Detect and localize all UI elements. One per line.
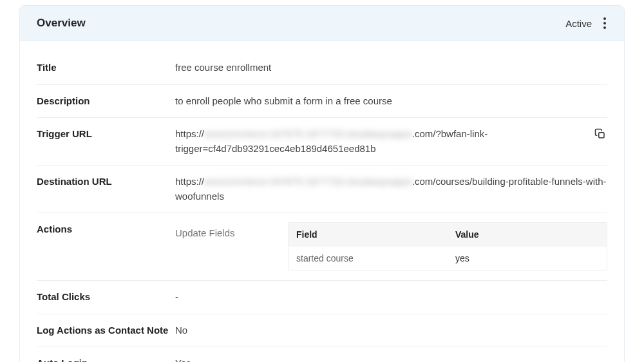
row-title: Title free course enrollment xyxy=(37,54,607,85)
row-trigger-url: Trigger URL https://woocommerce-347875-1… xyxy=(37,118,607,166)
status-label: Active xyxy=(565,18,592,29)
value-description: to enroll people who submit a form in a … xyxy=(175,94,607,109)
copy-trigger-url-button[interactable] xyxy=(593,127,607,143)
overview-panel: Overview Active Title free course enroll… xyxy=(19,5,625,362)
actions-update-fields-label: Update Fields xyxy=(175,222,288,241)
row-actions: Actions Update Fields Field Value starte… xyxy=(37,213,607,281)
actions-fields-table: Field Value started course yes xyxy=(288,222,607,271)
value-actions: Update Fields Field Value started course… xyxy=(175,222,607,271)
panel-body: Title free course enrollment Description… xyxy=(20,41,624,362)
label-auto-login: Auto Login xyxy=(37,356,175,362)
cell-field: started course xyxy=(289,247,448,271)
label-trigger-url: Trigger URL xyxy=(37,127,175,139)
value-log-actions-note: No xyxy=(175,323,607,338)
panel-header: Overview Active xyxy=(20,6,624,41)
col-field: Field xyxy=(289,223,448,247)
value-total-clicks: - xyxy=(175,290,607,305)
row-log-actions-note: Log Actions as Contact Note No xyxy=(37,314,607,348)
col-value: Value xyxy=(448,223,607,247)
cell-value: yes xyxy=(448,247,607,271)
copy-icon xyxy=(594,128,606,140)
panel-title: Overview xyxy=(37,17,86,30)
table-header: Field Value xyxy=(289,223,607,247)
row-total-clicks: Total Clicks - xyxy=(37,281,607,314)
label-description: Description xyxy=(37,94,175,106)
value-auto-login: Yes xyxy=(175,356,607,362)
header-right: Active xyxy=(565,15,607,32)
row-description: Description to enroll people who submit … xyxy=(37,85,607,119)
row-auto-login: Auto Login Yes xyxy=(37,347,607,362)
value-title: free course enrollment xyxy=(175,61,607,75)
more-options-button[interactable] xyxy=(602,15,607,32)
more-vertical-icon xyxy=(603,17,606,20)
value-trigger-url: https://woocommerce-347875-1877733.cloud… xyxy=(175,127,607,156)
table-row: started course yes xyxy=(289,247,607,271)
label-actions: Actions xyxy=(37,222,175,271)
row-destination-url: Destination URL https://woocommerce-3478… xyxy=(37,166,607,213)
label-log-actions-note: Log Actions as Contact Note xyxy=(37,323,175,336)
label-total-clicks: Total Clicks xyxy=(37,290,175,302)
label-destination-url: Destination URL xyxy=(37,175,175,187)
svg-rect-0 xyxy=(599,133,604,138)
label-title: Title xyxy=(37,61,175,73)
value-destination-url: https://woocommerce-347875-1877733.cloud… xyxy=(175,175,607,204)
